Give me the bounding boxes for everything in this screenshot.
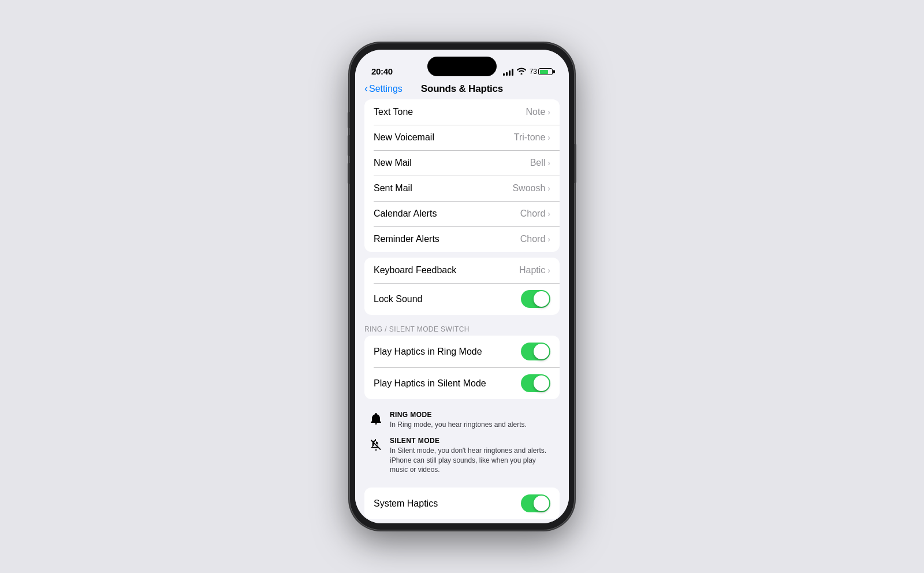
ring-silent-info-block: RING MODE In Ring mode, you hear rington… — [364, 404, 560, 482]
keyboard-feedback-label: Keyboard Feedback — [374, 265, 456, 276]
sent-mail-value: Swoosh — [512, 183, 545, 194]
battery-icon: 73 — [530, 68, 553, 76]
new-voicemail-label: New Voicemail — [374, 132, 434, 143]
new-mail-item[interactable]: New Mail Bell › — [364, 150, 560, 176]
ring-mode-info-text: RING MODE In Ring mode, you hear rington… — [390, 411, 555, 430]
ring-mode-desc: In Ring mode, you hear ringtones and ale… — [390, 420, 555, 430]
ring-silent-section: RING / SILENT MODE SWITCH Play Haptics i… — [355, 321, 569, 482]
toggle-thumb — [534, 291, 549, 307]
bell-slash-icon — [369, 438, 383, 452]
new-mail-right: Bell › — [530, 158, 550, 168]
calendar-alerts-value: Chord — [520, 209, 546, 219]
back-button[interactable]: ‹ Settings — [364, 83, 403, 95]
ring-mode-info-row: RING MODE In Ring mode, you hear rington… — [369, 411, 555, 430]
lock-sound-toggle[interactable] — [521, 290, 550, 308]
power-button[interactable] — [574, 144, 576, 183]
system-haptics-toggle[interactable] — [521, 494, 550, 512]
toggle-thumb — [534, 496, 549, 511]
reminder-alerts-right: Chord › — [520, 234, 550, 244]
text-tone-value: Note — [526, 107, 546, 117]
chevron-right-icon: › — [547, 209, 550, 218]
new-mail-label: New Mail — [374, 158, 412, 168]
sent-mail-right: Swoosh › — [512, 183, 550, 194]
system-haptics-footnote: Play haptics for system controls and int… — [355, 519, 569, 523]
reminder-alerts-item[interactable]: Reminder Alerts Chord › — [364, 226, 560, 252]
bell-icon — [369, 412, 383, 426]
ring-silent-section-label: RING / SILENT MODE SWITCH — [355, 321, 569, 336]
chevron-right-icon: › — [547, 158, 550, 168]
page-title: Sounds & Haptics — [421, 83, 503, 95]
system-haptics-item: System Haptics — [364, 488, 560, 519]
chevron-right-icon: › — [547, 107, 550, 117]
silent-mode-info-row: SILENT MODE In Silent mode, you don't he… — [369, 437, 555, 475]
sounds-list-group: Text Tone Note › New Voicemail Tri-tone … — [364, 99, 560, 252]
silent-mode-desc: In Silent mode, you don't hear ringtones… — [390, 446, 555, 475]
settings-content: Text Tone Note › New Voicemail Tri-tone … — [355, 99, 569, 523]
play-haptics-ring-item: Play Haptics in Ring Mode — [364, 336, 560, 367]
chevron-right-icon: › — [547, 235, 550, 244]
keyboard-feedback-right: Haptic › — [519, 265, 550, 276]
new-voicemail-right: Tri-tone › — [514, 132, 550, 143]
new-mail-value: Bell — [530, 158, 546, 168]
keyboard-feedback-value: Haptic — [519, 265, 545, 276]
calendar-alerts-label: Calendar Alerts — [374, 209, 437, 219]
back-label: Settings — [369, 84, 403, 94]
keyboard-feedback-item[interactable]: Keyboard Feedback Haptic › — [364, 258, 560, 283]
feedback-list-group: Keyboard Feedback Haptic › Lock Sound — [364, 258, 560, 315]
system-haptics-list-group: System Haptics — [364, 488, 560, 519]
mute-button[interactable] — [348, 112, 350, 128]
chevron-right-icon: › — [547, 184, 550, 193]
lock-sound-item: Lock Sound — [364, 283, 560, 315]
chevron-right-icon: › — [547, 133, 550, 142]
status-icons: 73 — [503, 67, 553, 76]
ring-silent-list-group: Play Haptics in Ring Mode Play Haptics i… — [364, 336, 560, 399]
text-tone-right: Note › — [526, 107, 550, 117]
play-haptics-silent-toggle[interactable] — [521, 374, 550, 392]
chevron-right-icon: › — [547, 266, 550, 275]
toggle-thumb — [534, 344, 549, 359]
status-time: 20:40 — [371, 66, 393, 76]
navigation-bar: ‹ Settings Sounds & Haptics — [355, 81, 569, 99]
calendar-alerts-right: Chord › — [520, 209, 550, 219]
new-voicemail-value: Tri-tone — [514, 132, 546, 143]
sent-mail-label: Sent Mail — [374, 183, 412, 194]
dynamic-island — [427, 57, 497, 76]
play-haptics-ring-label: Play Haptics in Ring Mode — [374, 347, 482, 357]
chevron-left-icon: ‹ — [364, 83, 368, 95]
lock-sound-label: Lock Sound — [374, 294, 423, 304]
play-haptics-ring-toggle[interactable] — [521, 343, 550, 360]
volume-down-button[interactable] — [348, 163, 350, 184]
battery-percentage: 73 — [530, 68, 537, 76]
play-haptics-silent-item: Play Haptics in Silent Mode — [364, 367, 560, 399]
toggle-thumb — [534, 375, 549, 391]
text-tone-label: Text Tone — [374, 107, 413, 117]
feedback-section: Keyboard Feedback Haptic › Lock Sound — [355, 258, 569, 315]
reminder-alerts-value: Chord — [520, 234, 546, 244]
system-haptics-section: System Haptics Play haptics for system c… — [355, 488, 569, 523]
ring-mode-title: RING MODE — [390, 411, 555, 419]
system-haptics-label: System Haptics — [374, 498, 438, 509]
signal-icon — [503, 68, 513, 76]
silent-mode-info-text: SILENT MODE In Silent mode, you don't he… — [390, 437, 555, 475]
silent-mode-title: SILENT MODE — [390, 437, 555, 445]
sounds-section: Text Tone Note › New Voicemail Tri-tone … — [355, 99, 569, 252]
sent-mail-item[interactable]: Sent Mail Swoosh › — [364, 176, 560, 201]
volume-up-button[interactable] — [348, 135, 350, 156]
calendar-alerts-item[interactable]: Calendar Alerts Chord › — [364, 201, 560, 226]
play-haptics-silent-label: Play Haptics in Silent Mode — [374, 378, 486, 389]
text-tone-item[interactable]: Text Tone Note › — [364, 99, 560, 125]
reminder-alerts-label: Reminder Alerts — [374, 234, 439, 244]
wifi-icon — [517, 67, 526, 76]
new-voicemail-item[interactable]: New Voicemail Tri-tone › — [364, 125, 560, 150]
phone-frame: 20:40 73 — [349, 43, 575, 530]
phone-screen: 20:40 73 — [355, 50, 569, 523]
